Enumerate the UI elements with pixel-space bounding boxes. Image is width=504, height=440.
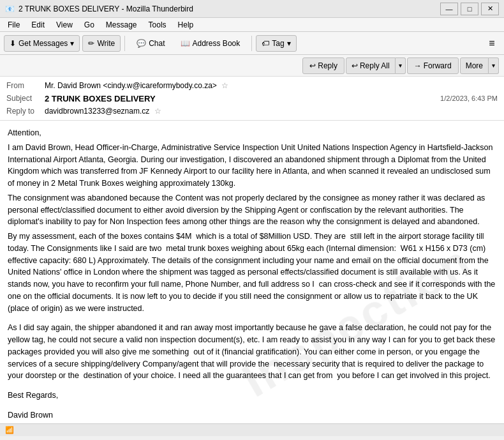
menubar: File Edit View Go Message Tools Help — [0, 18, 504, 32]
titlebar-left: 📧 2 TRUNK BOXES DELIVERY - Mozilla Thund… — [5, 4, 193, 13]
reply-to-address: davidbrown13233@seznam.cz — [45, 107, 149, 116]
toolbar-separator-2 — [251, 36, 252, 51]
body-paragraph-1: I am David Brown, Head Officer-in-Charge… — [8, 142, 496, 190]
write-icon: ✏ — [88, 39, 94, 48]
tag-button[interactable]: 🏷 Tag ▾ — [256, 35, 296, 52]
menu-tools[interactable]: Tools — [144, 19, 172, 31]
menu-view[interactable]: View — [51, 19, 78, 31]
reply-button[interactable]: ↩ Reply — [302, 57, 345, 74]
email-header: ↩ Reply ↩ Reply All ▾ → Forward More ▾ F… — [0, 55, 504, 121]
status-icon: 📶 — [5, 426, 14, 434]
write-button[interactable]: ✏ Write — [82, 35, 121, 52]
reply-to-row: Reply to davidbrown13233@seznam.cz ☆ — [6, 105, 498, 118]
tab-area: 💬 Chat 📖 Address Book — [129, 37, 248, 50]
forward-button[interactable]: → Forward — [407, 57, 459, 74]
address-book-label: Address Book — [193, 39, 241, 48]
body-paragraph-5: Best Regards, — [8, 390, 496, 402]
tab-chat[interactable]: 💬 Chat — [129, 37, 172, 50]
subject-row: Subject 2 TRUNK BOXES DELIVERY 1/2/2023,… — [6, 92, 498, 105]
email-body-content: Attention, I am David Brown, Head Office… — [8, 127, 496, 423]
reply-all-split: ↩ Reply All ▾ — [346, 57, 406, 74]
from-star-icon[interactable]: ☆ — [221, 81, 228, 90]
email-fields: From Mr. David Brown <cindy.w@icareformy… — [0, 77, 504, 120]
email-body-container: Inspection Attention, I am David Brown, … — [0, 121, 504, 423]
close-button[interactable]: ✕ — [481, 3, 499, 15]
from-value: Mr. David Brown <cindy.w@icareformybody.… — [45, 81, 498, 90]
menu-file[interactable]: File — [3, 19, 25, 31]
from-row: From Mr. David Brown <cindy.w@icareformy… — [6, 79, 498, 92]
action-bar: ↩ Reply ↩ Reply All ▾ → Forward More ▾ — [0, 55, 504, 77]
email-date: 1/2/2023, 6:43 PM — [440, 95, 498, 102]
menu-message[interactable]: Message — [101, 19, 142, 31]
maximize-button[interactable]: □ — [461, 3, 478, 15]
reply-to-value: davidbrown13233@seznam.cz ☆ — [45, 107, 498, 116]
body-paragraph-4: As I did say again, the shipper abandone… — [8, 322, 496, 382]
more-dropdown-button[interactable]: ▾ — [489, 57, 499, 74]
minimize-button[interactable]: — — [440, 3, 458, 15]
body-paragraph-3: By my assessment, each of the boxes cont… — [8, 231, 496, 314]
toolbar: ⬇ Get Messages ▾ ✏ Write 💬 Chat 📖 Addres… — [0, 32, 504, 55]
window-title: 2 TRUNK BOXES DELIVERY - Mozilla Thunder… — [19, 4, 193, 13]
statusbar: 📶 — [0, 423, 504, 436]
subject-label: Subject — [6, 94, 45, 103]
body-paragraph-7: Head Officer-in-Charge — [8, 421, 496, 424]
get-messages-dropdown-icon: ▾ — [70, 39, 74, 48]
body-paragraph-0: Attention, — [8, 127, 496, 139]
hamburger-menu-button[interactable]: ≡ — [484, 35, 500, 52]
menu-help[interactable]: Help — [173, 19, 199, 31]
reply-to-star-icon[interactable]: ☆ — [154, 107, 161, 116]
reply-all-button[interactable]: ↩ Reply All — [346, 57, 396, 74]
chat-icon: 💬 — [137, 39, 146, 48]
menu-edit[interactable]: Edit — [26, 19, 50, 31]
address-book-icon: 📖 — [181, 39, 190, 48]
from-email: <cindy.w@icareformybody.co.za> — [103, 81, 216, 90]
reply-all-label: Reply All — [360, 61, 390, 70]
tag-dropdown-icon: ▾ — [287, 39, 291, 48]
write-label: Write — [97, 39, 115, 48]
reply-to-label: Reply to — [6, 107, 45, 116]
chat-label: Chat — [149, 39, 165, 48]
menu-go[interactable]: Go — [79, 19, 100, 31]
forward-icon: → — [414, 61, 422, 70]
toolbar-separator — [124, 36, 125, 51]
email-body[interactable]: Attention, I am David Brown, Head Office… — [0, 121, 504, 423]
reply-label: Reply — [318, 61, 337, 70]
tag-label: Tag — [272, 39, 284, 48]
reply-all-icon: ↩ — [352, 61, 358, 70]
body-paragraph-6: David Brown — [8, 409, 496, 421]
more-label: More — [466, 61, 483, 70]
from-name: Mr. David Brown — [45, 81, 101, 90]
reply-icon: ↩ — [309, 61, 316, 70]
tag-icon: 🏷 — [262, 39, 269, 48]
tab-address-book[interactable]: 📖 Address Book — [173, 37, 248, 50]
titlebar: 📧 2 TRUNK BOXES DELIVERY - Mozilla Thund… — [0, 0, 504, 18]
more-split: More ▾ — [460, 57, 499, 74]
get-messages-button[interactable]: ⬇ Get Messages ▾ — [4, 35, 80, 52]
get-messages-icon: ⬇ — [10, 39, 16, 48]
more-button[interactable]: More — [460, 57, 489, 74]
reply-all-dropdown-button[interactable]: ▾ — [396, 57, 406, 74]
body-paragraph-2: The consignment was abandoned because th… — [8, 192, 496, 228]
get-messages-label: Get Messages — [19, 39, 68, 48]
titlebar-controls: — □ ✕ — [440, 3, 499, 15]
subject-value: 2 TRUNK BOXES DELIVERY — [45, 94, 440, 103]
app-icon: 📧 — [5, 4, 15, 13]
forward-label: Forward — [424, 61, 452, 70]
from-label: From — [6, 81, 45, 90]
